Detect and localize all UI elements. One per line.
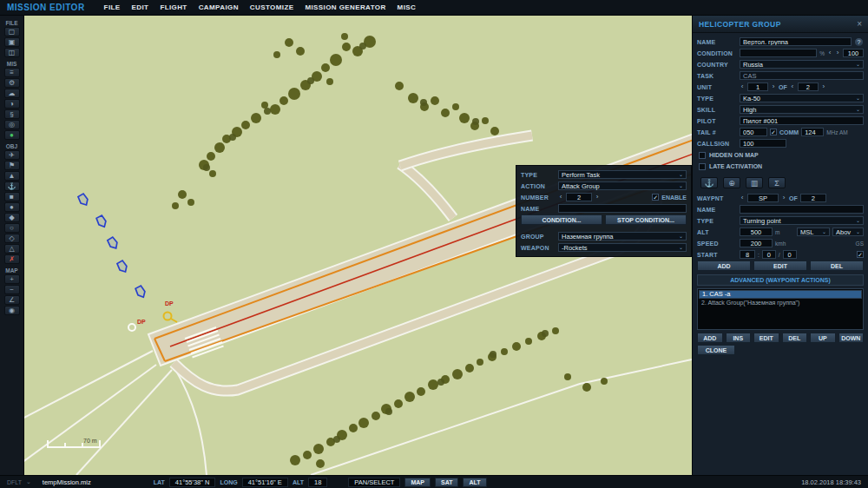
waypoint-count[interactable]: 2	[800, 194, 826, 202]
rules-icon[interactable]: §	[4, 109, 20, 119]
close-icon[interactable]: ×	[857, 20, 862, 29]
enable-checkbox[interactable]: ✓	[652, 194, 659, 201]
menu-item[interactable]: CAMPAIGN	[199, 3, 239, 11]
start-mission-icon[interactable]: ●	[4, 130, 20, 140]
delete-object-icon[interactable]: ✗	[4, 254, 20, 264]
briefing-icon[interactable]: ≡	[4, 68, 20, 77]
waypoint-action-item[interactable]: 2. Attack Group("Наземная группа")	[699, 299, 862, 307]
menu-item[interactable]: FLIGHT	[160, 3, 187, 11]
task-weapon-select[interactable]: -Rockets ⌄	[558, 243, 687, 252]
comm-freq-input[interactable]	[801, 128, 824, 136]
waypoint-del-button[interactable]: DEL	[810, 260, 864, 271]
action-list-button[interactable]: DOWN	[838, 333, 865, 343]
save-mission-icon[interactable]: ◫	[4, 48, 20, 57]
waypoint-action-item[interactable]: 1. CAS -a	[699, 290, 862, 299]
nav-route-tab-icon[interactable]: ⚓	[700, 177, 718, 188]
dflt-selector[interactable]: DFLT	[7, 479, 22, 485]
unit-count[interactable]: 2	[798, 82, 819, 91]
menu-item[interactable]: MISSION GENERATOR	[305, 3, 385, 11]
farp-icon[interactable]: ◇	[4, 234, 20, 243]
trigger-zone-icon[interactable]: ◆	[4, 213, 20, 222]
condition-decrement[interactable]: ‹	[827, 49, 832, 57]
eta-lock-checkbox[interactable]: ✓	[857, 251, 864, 258]
label-toggle-icon[interactable]: ◉	[4, 306, 20, 315]
sat-view-button[interactable]: SAT	[435, 478, 458, 487]
bullseye-icon[interactable]: ○	[4, 223, 20, 233]
task-name-input[interactable]	[558, 204, 687, 213]
clone-button[interactable]: CLONE	[697, 345, 735, 355]
action-list-button[interactable]: ADD	[697, 333, 723, 343]
count-increment[interactable]: ›	[821, 82, 826, 91]
condition-button[interactable]: CONDITION...	[521, 214, 602, 225]
menu-item[interactable]: FILE	[104, 3, 121, 11]
goals-icon[interactable]: ◎	[4, 120, 20, 129]
open-mission-icon[interactable]: ▣	[4, 37, 20, 47]
new-mission-icon[interactable]: ▢	[4, 27, 20, 36]
unit-increment[interactable]: ›	[771, 82, 776, 91]
speed-value[interactable]: 200	[740, 239, 773, 247]
advanced-waypoint-actions-button[interactable]: ADVANCED (WAYPOINT ACTIONS)	[697, 274, 864, 286]
airplane-group-icon[interactable]: ✈	[4, 150, 20, 160]
waypoint-next[interactable]: ›	[781, 194, 786, 202]
alt-ref-select[interactable]: MSL ⌄	[797, 228, 830, 236]
callsign-input[interactable]	[740, 139, 786, 148]
alt-value[interactable]: 500	[740, 228, 773, 236]
helicopter-group-icon[interactable]: ⚑	[4, 161, 20, 170]
map-view-button[interactable]: MAP	[404, 478, 431, 487]
static-object-icon[interactable]: ■	[4, 192, 20, 201]
mission-options-icon[interactable]: ⚙	[4, 78, 20, 88]
task-action-select[interactable]: Attack Group ⌄	[558, 181, 687, 190]
start-hours[interactable]: 8	[740, 250, 755, 259]
help-icon[interactable]: ?	[854, 37, 864, 47]
number-increment[interactable]: ›	[595, 193, 600, 201]
country-select[interactable]: Russia ⌄	[740, 60, 864, 69]
action-list-button[interactable]: UP	[810, 333, 836, 343]
task-number-value[interactable]: 2	[566, 193, 592, 201]
task-type-select[interactable]: Perform Task ⌄	[558, 170, 687, 179]
start-minutes[interactable]: 0	[762, 250, 776, 259]
waypoint-value[interactable]: SP	[747, 194, 779, 202]
menu-item[interactable]: MISC	[398, 3, 417, 11]
tail-input[interactable]	[740, 128, 767, 136]
skill-select[interactable]: High ⌄	[740, 105, 864, 114]
zoom-in-icon[interactable]: +	[4, 274, 20, 284]
unit-value[interactable]: 1	[747, 82, 768, 91]
weather-icon[interactable]: ☁	[4, 89, 20, 98]
menu-item[interactable]: CUSTOMIZE	[250, 3, 294, 11]
start-seconds[interactable]: 0	[783, 250, 797, 259]
time-icon[interactable]: ◑	[4, 99, 20, 109]
initial-point-icon[interactable]: △	[4, 244, 20, 254]
task-group-select[interactable]: Наземная группа ⌄	[558, 232, 687, 241]
condition-increment[interactable]: ›	[835, 49, 840, 57]
waypoint-add-button[interactable]: ADD	[697, 260, 751, 271]
stop-condition-button[interactable]: STOP CONDITION...	[605, 214, 687, 225]
number-decrement[interactable]: ‹	[558, 193, 563, 201]
action-list-button[interactable]: EDIT	[753, 333, 779, 343]
count-decrement[interactable]: ‹	[790, 82, 795, 91]
pilot-input[interactable]	[740, 116, 864, 125]
alt-view-button[interactable]: ALT	[463, 478, 486, 487]
unit-type-select[interactable]: Ka-50 ⌄	[740, 94, 864, 102]
action-list-button[interactable]: DEL	[782, 333, 808, 343]
waypoint-type-select[interactable]: Turning point ⌄	[740, 216, 864, 225]
condition-input[interactable]	[740, 49, 817, 57]
condition-value[interactable]: 100	[843, 49, 864, 57]
unit-decrement[interactable]: ‹	[740, 82, 745, 91]
late-activation-checkbox[interactable]	[699, 163, 706, 170]
ship-group-icon[interactable]: ⚓	[4, 181, 20, 191]
measure-icon[interactable]: ∠	[4, 295, 20, 305]
payload-tab-icon[interactable]: ▥	[746, 177, 763, 188]
comm-checkbox[interactable]: ✓	[770, 129, 777, 135]
pan-select-mode[interactable]: PAN/SELECT	[348, 478, 400, 487]
vehicle-group-icon[interactable]: ▲	[4, 171, 20, 181]
waypoint-prev[interactable]: ‹	[740, 194, 745, 202]
action-list-button[interactable]: INS	[726, 333, 752, 343]
waypoint-actions-list[interactable]: 1. CAS -a2. Attack Group("Наземная групп…	[697, 288, 864, 330]
summary-tab-icon[interactable]: Σ	[768, 177, 786, 188]
zoom-out-icon[interactable]: −	[4, 285, 20, 294]
waypoint-name-input[interactable]	[740, 205, 864, 214]
hidden-on-map-checkbox[interactable]	[699, 152, 706, 159]
menu-item[interactable]: EDIT	[132, 3, 149, 11]
template-icon[interactable]: ●	[4, 202, 20, 212]
group-name-input[interactable]	[740, 37, 852, 46]
